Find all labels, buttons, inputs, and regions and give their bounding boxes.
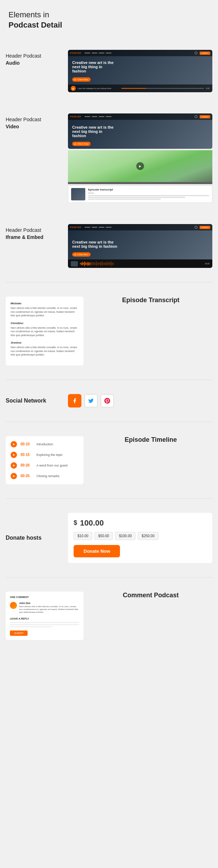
wave-bar — [100, 262, 101, 266]
social-network-section: Social Network — [0, 387, 218, 415]
video-landscape: ▶ — [68, 150, 212, 182]
comment-submit-button[interactable]: SUBMIT — [10, 631, 28, 636]
pinterest-button[interactable] — [101, 394, 114, 407]
page-title-section: Elements in Podcast Detail — [0, 0, 218, 36]
video-nav-bar: PODEVER CONNECT — [68, 113, 212, 120]
header-iframe-preview: PODEVER CONNECT Creative new art is the … — [68, 224, 212, 268]
wave-bar — [111, 261, 111, 266]
timeline-item-2: ▶ 00:15 Exploring the topic — [11, 452, 79, 458]
timeline-desc-4: Closing remarks — [36, 474, 59, 478]
preset-100-button[interactable]: $100.00 — [115, 532, 136, 540]
iframe-nav-bar: PODEVER CONNECT — [68, 224, 212, 230]
speaker-2-text: Nam ultrices odio a felis lobortis conva… — [11, 326, 79, 338]
header-iframe-row: Header Podcast Iframe & Embed PODEVER CO… — [0, 217, 218, 275]
nav-link — [92, 227, 97, 228]
donate-box: $ 100.00 $10.00 $50.00 $100.00 $250.00 D… — [68, 513, 212, 563]
timeline-play-btn-2[interactable]: ▶ — [11, 452, 17, 458]
timeline-play-btn-4[interactable]: ▶ — [11, 473, 17, 479]
nav-link — [92, 53, 97, 53]
header-video-row: Header Podcast Video PODEVER CONNECT — [0, 106, 218, 210]
timeline-item-4: ▶ 00:25 Closing remarks — [11, 473, 79, 479]
wave-bar — [109, 262, 109, 265]
preset-50-button[interactable]: $50.00 — [94, 532, 113, 540]
comment-input-1[interactable] — [10, 622, 79, 623]
donate-hosts-section: Donate hosts $ 100.00 $10.00 $50.00 $100… — [0, 506, 218, 570]
progress-fill — [121, 88, 146, 89]
timeline-desc-2: Exploring the topic — [36, 453, 63, 457]
page-title: Elements in Podcast Detail — [8, 10, 210, 30]
play-icon[interactable]: ▶ — [71, 86, 76, 91]
timeline-play-btn-1[interactable]: ▶ — [11, 441, 17, 447]
transcript-strip: Episode transcript Home — [68, 186, 212, 203]
header-iframe-label: Header Podcast Iframe & Embed — [6, 224, 62, 241]
comment-input-2[interactable] — [10, 624, 79, 625]
transcript-title: Episode transcript — [88, 188, 209, 191]
comment-podcast-label: Comment Podcast — [89, 592, 212, 599]
pinterest-icon — [104, 398, 110, 404]
iframe-card-content: Creative new art is the next big thing i… — [72, 240, 118, 257]
podcast-headline: Creative new art is the next big thing i… — [72, 60, 115, 73]
nav-link — [99, 53, 104, 53]
waveform-bars — [80, 261, 203, 266]
wave-bar — [110, 262, 110, 265]
nav-link — [85, 53, 90, 53]
comment-content-box: ONE COMMENT John Doe Nam ultrices odio a… — [6, 592, 84, 640]
nav-logo: PODEVER — [70, 226, 81, 228]
video-card-top: PODEVER CONNECT Creative new art is the … — [68, 113, 212, 149]
connect-button[interactable]: CONNECT — [200, 115, 210, 118]
speaker-1-text: Nam ultrices odio a felis lobortis conva… — [11, 306, 79, 318]
transcript-line — [88, 197, 185, 198]
nav-link — [85, 227, 90, 228]
watch-now-button[interactable]: Watch Now — [72, 142, 91, 146]
speaker-3-name: Jessica: — [11, 341, 79, 345]
donate-now-button[interactable]: Donate Now — [74, 545, 120, 557]
connect-button[interactable]: CONNECT — [200, 52, 210, 55]
donate-hosts-label: Donate hosts — [6, 535, 62, 541]
wave-bar — [87, 262, 88, 266]
iframe-thumb — [71, 261, 78, 266]
player-sub-text: Learn the strategies for your podcast sh… — [78, 87, 119, 89]
comment-header: ONE COMMENT — [10, 596, 79, 598]
connect-button[interactable]: CONNECT — [200, 226, 210, 229]
timeline-desc-3: A word from our guest — [36, 464, 68, 467]
progress-bar[interactable] — [121, 88, 204, 89]
wave-bar — [101, 262, 102, 265]
timeline-play-btn-3[interactable]: ▶ — [11, 462, 17, 469]
timeline-content-box: ▶ 00:10 Introduction ▶ 00:15 Exploring t… — [6, 436, 84, 484]
episode-timeline-section: ▶ 00:10 Introduction ▶ 00:15 Exploring t… — [0, 429, 218, 491]
preset-250-button[interactable]: $250.00 — [138, 532, 158, 540]
transcript-lines — [88, 195, 209, 200]
twitter-button[interactable] — [84, 394, 98, 407]
nav-links — [85, 53, 111, 53]
search-icon — [195, 52, 197, 54]
wave-bar — [88, 262, 89, 265]
wave-bar — [93, 262, 93, 265]
listen-now-button[interactable]: Listen Now — [72, 77, 91, 82]
wave-bar — [82, 262, 83, 265]
wave-bar — [102, 262, 103, 266]
transcript-thumbnail — [71, 188, 85, 200]
timeline-time-3: 00:20 — [21, 463, 33, 467]
search-icon — [195, 226, 197, 229]
nav-link — [106, 53, 111, 53]
comment-input-3[interactable] — [10, 626, 52, 627]
nav-link — [92, 116, 97, 117]
donate-amount-row: $ 100.00 — [74, 518, 207, 528]
wave-bar — [91, 262, 91, 266]
timeline-time-1: 00:10 — [21, 442, 33, 446]
video-play-center[interactable]: ▶ — [136, 162, 144, 170]
wave-bar — [108, 263, 108, 265]
iframe-cta-button[interactable]: Listen Now — [72, 252, 91, 257]
header-audio-row: Header Podcast Audio PODEVER CONNECT Cre… — [0, 43, 218, 99]
search-icon — [195, 115, 197, 118]
wave-bar — [103, 263, 104, 265]
comment-author-name: John Doe — [19, 602, 79, 604]
nav-logo: PODEVER — [70, 52, 81, 54]
donate-presets: $10.00 $50.00 $100.00 $250.00 — [74, 532, 207, 540]
preset-10-button[interactable]: $10.00 — [74, 532, 92, 540]
social-network-label: Social Network — [6, 398, 62, 404]
facebook-button[interactable] — [68, 394, 81, 407]
wave-bar — [94, 262, 94, 265]
nav-bar: PODEVER CONNECT — [68, 50, 212, 56]
nav-link — [85, 116, 90, 117]
